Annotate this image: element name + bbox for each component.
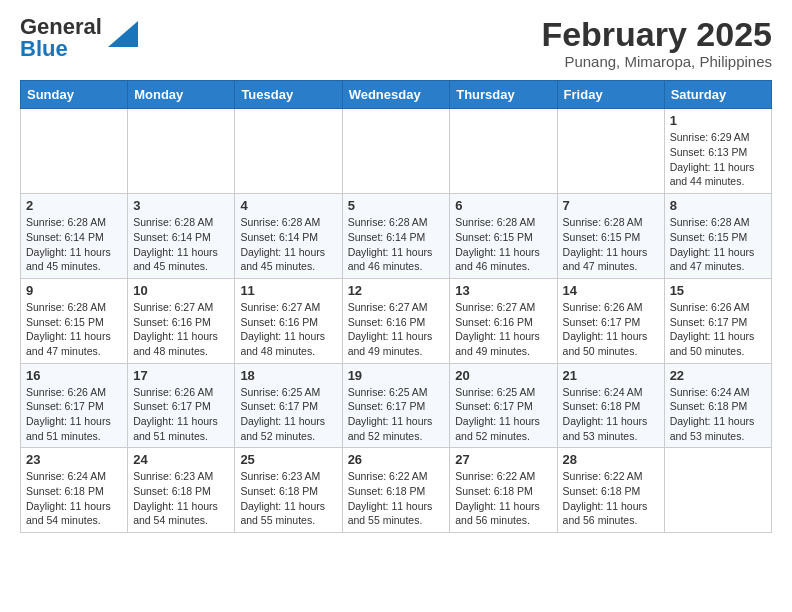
calendar-day-cell: 6Sunrise: 6:28 AM Sunset: 6:15 PM Daylig… [450,194,557,279]
day-info: Sunrise: 6:28 AM Sunset: 6:15 PM Dayligh… [26,300,122,359]
day-info: Sunrise: 6:28 AM Sunset: 6:14 PM Dayligh… [240,215,336,274]
calendar-week-row: 2Sunrise: 6:28 AM Sunset: 6:14 PM Daylig… [21,194,772,279]
day-number: 17 [133,368,229,383]
calendar-day-header: Tuesday [235,81,342,109]
calendar-week-row: 16Sunrise: 6:26 AM Sunset: 6:17 PM Dayli… [21,363,772,448]
calendar-day-cell: 18Sunrise: 6:25 AM Sunset: 6:17 PM Dayli… [235,363,342,448]
calendar-day-cell [450,109,557,194]
day-number: 11 [240,283,336,298]
day-info: Sunrise: 6:26 AM Sunset: 6:17 PM Dayligh… [133,385,229,444]
calendar-day-cell: 8Sunrise: 6:28 AM Sunset: 6:15 PM Daylig… [664,194,771,279]
day-number: 10 [133,283,229,298]
calendar-day-cell [557,109,664,194]
day-number: 23 [26,452,122,467]
calendar-header-row: SundayMondayTuesdayWednesdayThursdayFrid… [21,81,772,109]
day-info: Sunrise: 6:25 AM Sunset: 6:17 PM Dayligh… [455,385,551,444]
calendar-day-cell: 16Sunrise: 6:26 AM Sunset: 6:17 PM Dayli… [21,363,128,448]
calendar-day-cell: 12Sunrise: 6:27 AM Sunset: 6:16 PM Dayli… [342,278,450,363]
logo-text: General Blue [20,16,102,60]
calendar-day-cell: 14Sunrise: 6:26 AM Sunset: 6:17 PM Dayli… [557,278,664,363]
day-number: 20 [455,368,551,383]
day-info: Sunrise: 6:24 AM Sunset: 6:18 PM Dayligh… [26,469,122,528]
calendar-day-cell [128,109,235,194]
day-info: Sunrise: 6:26 AM Sunset: 6:17 PM Dayligh… [26,385,122,444]
calendar-day-cell: 9Sunrise: 6:28 AM Sunset: 6:15 PM Daylig… [21,278,128,363]
day-info: Sunrise: 6:27 AM Sunset: 6:16 PM Dayligh… [348,300,445,359]
day-info: Sunrise: 6:28 AM Sunset: 6:14 PM Dayligh… [133,215,229,274]
svg-marker-0 [108,21,138,47]
title-block: February 2025 Punang, Mimaropa, Philippi… [541,16,772,70]
logo-icon [108,21,138,47]
day-info: Sunrise: 6:23 AM Sunset: 6:18 PM Dayligh… [133,469,229,528]
calendar-day-cell [664,448,771,533]
day-number: 15 [670,283,766,298]
calendar-day-cell: 13Sunrise: 6:27 AM Sunset: 6:16 PM Dayli… [450,278,557,363]
calendar-day-cell: 10Sunrise: 6:27 AM Sunset: 6:16 PM Dayli… [128,278,235,363]
calendar-day-cell: 21Sunrise: 6:24 AM Sunset: 6:18 PM Dayli… [557,363,664,448]
day-number: 5 [348,198,445,213]
day-info: Sunrise: 6:28 AM Sunset: 6:14 PM Dayligh… [348,215,445,274]
day-info: Sunrise: 6:27 AM Sunset: 6:16 PM Dayligh… [455,300,551,359]
calendar-day-cell: 25Sunrise: 6:23 AM Sunset: 6:18 PM Dayli… [235,448,342,533]
day-number: 21 [563,368,659,383]
day-info: Sunrise: 6:26 AM Sunset: 6:17 PM Dayligh… [563,300,659,359]
main-title: February 2025 [541,16,772,53]
day-number: 16 [26,368,122,383]
calendar-day-cell [342,109,450,194]
day-number: 7 [563,198,659,213]
day-number: 8 [670,198,766,213]
day-number: 6 [455,198,551,213]
day-number: 13 [455,283,551,298]
page-header: General Blue February 2025 Punang, Mimar… [20,16,772,70]
day-info: Sunrise: 6:27 AM Sunset: 6:16 PM Dayligh… [133,300,229,359]
calendar-day-cell: 4Sunrise: 6:28 AM Sunset: 6:14 PM Daylig… [235,194,342,279]
day-number: 14 [563,283,659,298]
calendar-day-cell: 27Sunrise: 6:22 AM Sunset: 6:18 PM Dayli… [450,448,557,533]
calendar-table: SundayMondayTuesdayWednesdayThursdayFrid… [20,80,772,533]
calendar-day-cell: 15Sunrise: 6:26 AM Sunset: 6:17 PM Dayli… [664,278,771,363]
calendar-day-cell: 24Sunrise: 6:23 AM Sunset: 6:18 PM Dayli… [128,448,235,533]
calendar-day-cell: 5Sunrise: 6:28 AM Sunset: 6:14 PM Daylig… [342,194,450,279]
calendar-day-cell: 22Sunrise: 6:24 AM Sunset: 6:18 PM Dayli… [664,363,771,448]
day-number: 4 [240,198,336,213]
calendar-day-cell: 23Sunrise: 6:24 AM Sunset: 6:18 PM Dayli… [21,448,128,533]
subtitle: Punang, Mimaropa, Philippines [541,53,772,70]
calendar-day-cell: 26Sunrise: 6:22 AM Sunset: 6:18 PM Dayli… [342,448,450,533]
calendar-day-cell: 1Sunrise: 6:29 AM Sunset: 6:13 PM Daylig… [664,109,771,194]
calendar-day-header: Monday [128,81,235,109]
day-info: Sunrise: 6:23 AM Sunset: 6:18 PM Dayligh… [240,469,336,528]
day-info: Sunrise: 6:24 AM Sunset: 6:18 PM Dayligh… [670,385,766,444]
day-number: 9 [26,283,122,298]
day-number: 27 [455,452,551,467]
day-info: Sunrise: 6:25 AM Sunset: 6:17 PM Dayligh… [348,385,445,444]
calendar-day-header: Saturday [664,81,771,109]
calendar-week-row: 9Sunrise: 6:28 AM Sunset: 6:15 PM Daylig… [21,278,772,363]
calendar-day-cell: 3Sunrise: 6:28 AM Sunset: 6:14 PM Daylig… [128,194,235,279]
calendar-day-cell: 17Sunrise: 6:26 AM Sunset: 6:17 PM Dayli… [128,363,235,448]
calendar-week-row: 1Sunrise: 6:29 AM Sunset: 6:13 PM Daylig… [21,109,772,194]
day-info: Sunrise: 6:26 AM Sunset: 6:17 PM Dayligh… [670,300,766,359]
day-number: 1 [670,113,766,128]
calendar-day-cell: 7Sunrise: 6:28 AM Sunset: 6:15 PM Daylig… [557,194,664,279]
day-info: Sunrise: 6:27 AM Sunset: 6:16 PM Dayligh… [240,300,336,359]
day-info: Sunrise: 6:28 AM Sunset: 6:15 PM Dayligh… [670,215,766,274]
calendar-day-header: Wednesday [342,81,450,109]
day-info: Sunrise: 6:22 AM Sunset: 6:18 PM Dayligh… [348,469,445,528]
day-info: Sunrise: 6:25 AM Sunset: 6:17 PM Dayligh… [240,385,336,444]
day-info: Sunrise: 6:22 AM Sunset: 6:18 PM Dayligh… [455,469,551,528]
calendar-week-row: 23Sunrise: 6:24 AM Sunset: 6:18 PM Dayli… [21,448,772,533]
day-number: 2 [26,198,122,213]
day-number: 18 [240,368,336,383]
calendar-day-cell [21,109,128,194]
calendar-day-cell [235,109,342,194]
calendar-day-cell: 11Sunrise: 6:27 AM Sunset: 6:16 PM Dayli… [235,278,342,363]
day-info: Sunrise: 6:28 AM Sunset: 6:15 PM Dayligh… [455,215,551,274]
day-number: 22 [670,368,766,383]
day-number: 24 [133,452,229,467]
day-number: 19 [348,368,445,383]
day-info: Sunrise: 6:22 AM Sunset: 6:18 PM Dayligh… [563,469,659,528]
calendar-day-cell: 19Sunrise: 6:25 AM Sunset: 6:17 PM Dayli… [342,363,450,448]
day-number: 26 [348,452,445,467]
day-number: 3 [133,198,229,213]
day-info: Sunrise: 6:29 AM Sunset: 6:13 PM Dayligh… [670,130,766,189]
